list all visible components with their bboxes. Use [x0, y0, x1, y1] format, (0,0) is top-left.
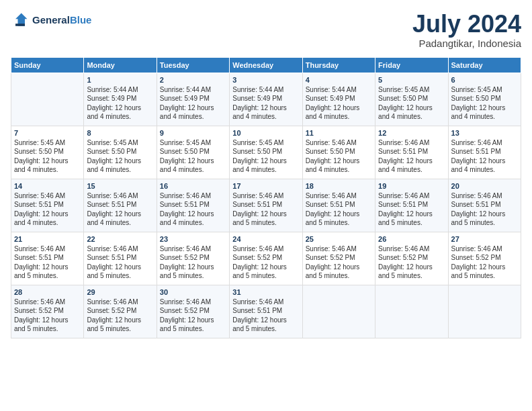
day-info: Sunrise: 5:45 AM Sunset: 5:50 PM Dayligh…: [14, 138, 81, 175]
calendar-cell: [11, 73, 84, 126]
day-info: Sunrise: 5:44 AM Sunset: 5:49 PM Dayligh…: [87, 85, 153, 122]
day-number: 1: [87, 76, 153, 84]
calendar-cell: 31Sunrise: 5:46 AM Sunset: 5:51 PM Dayli…: [230, 285, 302, 338]
day-info: Sunrise: 5:44 AM Sunset: 5:49 PM Dayligh…: [160, 85, 226, 122]
title-block: July 2024 Padangtikar, Indonesia: [412, 11, 521, 49]
day-number: 3: [232, 76, 299, 84]
day-info: Sunrise: 5:44 AM Sunset: 5:49 PM Dayligh…: [306, 85, 372, 122]
day-info: Sunrise: 5:46 AM Sunset: 5:52 PM Dayligh…: [451, 244, 518, 281]
calendar-cell: 5Sunrise: 5:45 AM Sunset: 5:50 PM Daylig…: [375, 73, 448, 126]
calendar-cell: [448, 285, 521, 338]
location: Padangtikar, Indonesia: [412, 38, 521, 49]
calendar-cell: 8Sunrise: 5:45 AM Sunset: 5:50 PM Daylig…: [84, 126, 157, 179]
day-number: 22: [87, 235, 153, 243]
day-number: 19: [378, 182, 445, 190]
calendar-cell: 19Sunrise: 5:46 AM Sunset: 5:51 PM Dayli…: [375, 179, 448, 232]
col-header-monday: Monday: [84, 57, 157, 73]
calendar-cell: 13Sunrise: 5:46 AM Sunset: 5:51 PM Dayli…: [448, 126, 521, 179]
day-number: 8: [87, 129, 153, 137]
day-number: 11: [306, 129, 372, 137]
day-info: Sunrise: 5:46 AM Sunset: 5:51 PM Dayligh…: [306, 191, 372, 228]
calendar-cell: 22Sunrise: 5:46 AM Sunset: 5:51 PM Dayli…: [84, 232, 157, 285]
day-number: 21: [14, 235, 81, 243]
day-info: Sunrise: 5:46 AM Sunset: 5:52 PM Dayligh…: [160, 298, 226, 334]
svg-rect-1: [15, 24, 25, 26]
calendar-cell: 14Sunrise: 5:46 AM Sunset: 5:51 PM Dayli…: [11, 179, 84, 232]
day-number: 9: [160, 129, 226, 137]
day-info: Sunrise: 5:45 AM Sunset: 5:50 PM Dayligh…: [451, 85, 518, 122]
day-number: 4: [306, 76, 372, 84]
calendar-cell: 1Sunrise: 5:44 AM Sunset: 5:49 PM Daylig…: [84, 73, 157, 126]
day-info: Sunrise: 5:45 AM Sunset: 5:50 PM Dayligh…: [87, 138, 153, 175]
calendar-cell: [302, 285, 375, 338]
day-number: 20: [451, 182, 518, 190]
calendar-cell: 6Sunrise: 5:45 AM Sunset: 5:50 PM Daylig…: [448, 73, 521, 126]
day-number: 24: [232, 235, 299, 243]
calendar-cell: 10Sunrise: 5:45 AM Sunset: 5:50 PM Dayli…: [230, 126, 302, 179]
day-number: 23: [160, 235, 226, 243]
calendar-cell: 27Sunrise: 5:46 AM Sunset: 5:52 PM Dayli…: [448, 232, 521, 285]
calendar-cell: 26Sunrise: 5:46 AM Sunset: 5:52 PM Dayli…: [375, 232, 448, 285]
day-number: 28: [14, 288, 81, 296]
day-info: Sunrise: 5:46 AM Sunset: 5:52 PM Dayligh…: [160, 244, 226, 281]
day-number: 29: [87, 288, 153, 296]
calendar-cell: 21Sunrise: 5:46 AM Sunset: 5:51 PM Dayli…: [11, 232, 84, 285]
calendar-cell: 24Sunrise: 5:46 AM Sunset: 5:52 PM Dayli…: [230, 232, 302, 285]
day-number: 30: [160, 288, 226, 296]
day-info: Sunrise: 5:46 AM Sunset: 5:51 PM Dayligh…: [14, 191, 81, 228]
day-number: 6: [451, 76, 518, 84]
logo-icon: [11, 11, 30, 30]
day-info: Sunrise: 5:45 AM Sunset: 5:50 PM Dayligh…: [232, 138, 299, 175]
day-info: Sunrise: 5:46 AM Sunset: 5:52 PM Dayligh…: [378, 244, 445, 281]
month-title: July 2024: [412, 11, 521, 38]
day-info: Sunrise: 5:46 AM Sunset: 5:51 PM Dayligh…: [451, 138, 518, 175]
day-number: 5: [378, 76, 445, 84]
day-info: Sunrise: 5:46 AM Sunset: 5:51 PM Dayligh…: [451, 191, 518, 228]
day-info: Sunrise: 5:46 AM Sunset: 5:52 PM Dayligh…: [14, 298, 81, 334]
day-info: Sunrise: 5:46 AM Sunset: 5:51 PM Dayligh…: [232, 298, 299, 334]
col-header-saturday: Saturday: [448, 57, 521, 73]
page-header: GeneralBlue July 2024 Padangtikar, Indon…: [11, 11, 521, 49]
day-info: Sunrise: 5:45 AM Sunset: 5:50 PM Dayligh…: [378, 85, 445, 122]
day-info: Sunrise: 5:46 AM Sunset: 5:51 PM Dayligh…: [160, 191, 226, 228]
calendar-cell: 4Sunrise: 5:44 AM Sunset: 5:49 PM Daylig…: [302, 73, 375, 126]
day-number: 27: [451, 235, 518, 243]
calendar-cell: 15Sunrise: 5:46 AM Sunset: 5:51 PM Dayli…: [84, 179, 157, 232]
day-info: Sunrise: 5:45 AM Sunset: 5:50 PM Dayligh…: [160, 138, 226, 175]
day-number: 15: [87, 182, 153, 190]
logo-text: GeneralBlue: [32, 15, 91, 26]
day-info: Sunrise: 5:46 AM Sunset: 5:52 PM Dayligh…: [306, 244, 372, 281]
day-number: 13: [451, 129, 518, 137]
calendar-table: SundayMondayTuesdayWednesdayThursdayFrid…: [11, 57, 521, 338]
col-header-wednesday: Wednesday: [230, 57, 302, 73]
day-number: 17: [232, 182, 299, 190]
calendar-cell: 7Sunrise: 5:45 AM Sunset: 5:50 PM Daylig…: [11, 126, 84, 179]
calendar-cell: 18Sunrise: 5:46 AM Sunset: 5:51 PM Dayli…: [302, 179, 375, 232]
day-number: 7: [14, 129, 81, 137]
day-number: 2: [160, 76, 226, 84]
day-info: Sunrise: 5:46 AM Sunset: 5:51 PM Dayligh…: [87, 244, 153, 281]
calendar-cell: [375, 285, 448, 338]
col-header-tuesday: Tuesday: [157, 57, 229, 73]
day-number: 25: [306, 235, 372, 243]
calendar-cell: 9Sunrise: 5:45 AM Sunset: 5:50 PM Daylig…: [157, 126, 229, 179]
calendar-cell: 3Sunrise: 5:44 AM Sunset: 5:49 PM Daylig…: [230, 73, 302, 126]
calendar-cell: 20Sunrise: 5:46 AM Sunset: 5:51 PM Dayli…: [448, 179, 521, 232]
day-number: 31: [232, 288, 299, 296]
calendar-cell: 30Sunrise: 5:46 AM Sunset: 5:52 PM Dayli…: [157, 285, 229, 338]
calendar-cell: 11Sunrise: 5:46 AM Sunset: 5:50 PM Dayli…: [302, 126, 375, 179]
calendar-cell: 12Sunrise: 5:46 AM Sunset: 5:51 PM Dayli…: [375, 126, 448, 179]
day-info: Sunrise: 5:46 AM Sunset: 5:51 PM Dayligh…: [232, 191, 299, 228]
day-number: 26: [378, 235, 445, 243]
calendar-cell: 29Sunrise: 5:46 AM Sunset: 5:52 PM Dayli…: [84, 285, 157, 338]
col-header-sunday: Sunday: [11, 57, 84, 73]
day-info: Sunrise: 5:44 AM Sunset: 5:49 PM Dayligh…: [232, 85, 299, 122]
calendar-cell: 17Sunrise: 5:46 AM Sunset: 5:51 PM Dayli…: [230, 179, 302, 232]
day-info: Sunrise: 5:46 AM Sunset: 5:51 PM Dayligh…: [378, 191, 445, 228]
logo: GeneralBlue: [11, 11, 91, 30]
day-number: 16: [160, 182, 226, 190]
calendar-cell: 16Sunrise: 5:46 AM Sunset: 5:51 PM Dayli…: [157, 179, 229, 232]
col-header-thursday: Thursday: [302, 57, 375, 73]
calendar-cell: 23Sunrise: 5:46 AM Sunset: 5:52 PM Dayli…: [157, 232, 229, 285]
day-info: Sunrise: 5:46 AM Sunset: 5:52 PM Dayligh…: [232, 244, 299, 281]
